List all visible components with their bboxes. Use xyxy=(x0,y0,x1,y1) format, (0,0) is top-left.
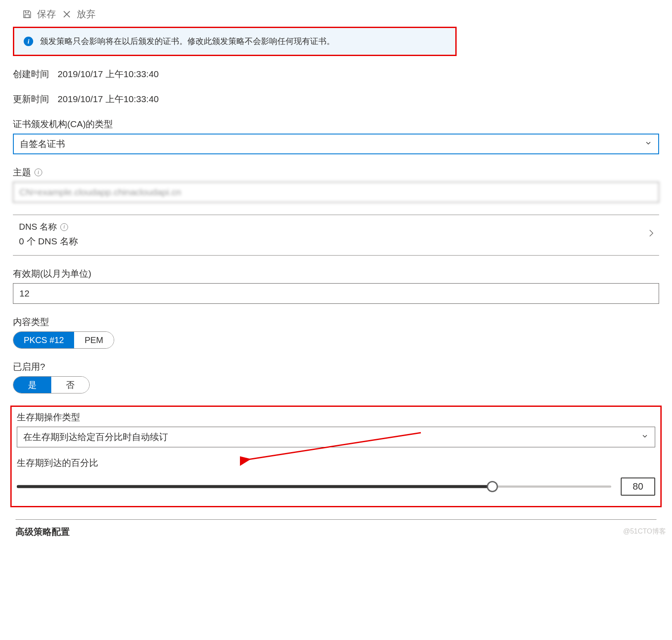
advanced-policy-header[interactable]: 高级策略配置 xyxy=(16,519,656,538)
info-icon[interactable]: i xyxy=(34,169,42,176)
lifetime-percent-slider[interactable] xyxy=(17,481,611,492)
lifetime-percent-label: 生存期到达的百分比 xyxy=(17,457,655,469)
save-label: 保存 xyxy=(37,8,56,21)
lifetime-action-select[interactable]: 在生存期到达给定百分比时自动续订 xyxy=(17,427,655,447)
lifetime-action-value: 在生存期到达给定百分比时自动续订 xyxy=(23,431,168,443)
enabled-yes[interactable]: 是 xyxy=(13,377,51,393)
dns-label: DNS 名称 i xyxy=(19,221,78,233)
ca-type-value: 自签名证书 xyxy=(20,138,65,150)
discard-label: 放弃 xyxy=(77,8,96,21)
watermark: @51CTO博客 xyxy=(623,527,666,536)
save-button[interactable]: 保存 xyxy=(22,8,56,21)
info-text: 颁发策略只会影响将在以后颁发的证书。修改此颁发策略不会影响任何现有证书。 xyxy=(40,36,335,47)
content-type-label: 内容类型 xyxy=(13,316,659,328)
subject-input[interactable]: CN=example.cloudapp.chinacloudapi.cn xyxy=(13,182,659,203)
ca-type-label: 证书颁发机构(CA)的类型 xyxy=(13,118,659,130)
updated-time-row: 更新时间 2019/10/17 上午10:33:40 xyxy=(13,93,659,105)
updated-value: 2019/10/17 上午10:33:40 xyxy=(58,94,159,104)
lifetime-percent-value[interactable]: 80 xyxy=(621,478,655,496)
enabled-no[interactable]: 否 xyxy=(51,377,89,393)
subject-value: CN=example.cloudapp.chinacloudapi.cn xyxy=(19,187,181,197)
dns-names-row[interactable]: DNS 名称 i 0 个 DNS 名称 xyxy=(13,215,659,256)
created-time-row: 创建时间 2019/10/17 上午10:33:40 xyxy=(13,68,659,80)
info-banner: i 颁发策略只会影响将在以后颁发的证书。修改此颁发策略不会影响任何现有证书。 xyxy=(13,27,457,56)
info-icon[interactable]: i xyxy=(60,223,68,231)
subject-label: 主题 i xyxy=(13,166,659,178)
discard-button[interactable]: 放弃 xyxy=(61,8,96,21)
validity-value: 12 xyxy=(19,288,29,299)
created-value: 2019/10/17 上午10:33:40 xyxy=(58,69,159,79)
chevron-down-icon xyxy=(641,432,649,442)
close-icon xyxy=(61,9,72,20)
ca-type-select[interactable]: 自签名证书 xyxy=(13,134,659,154)
content-type-pkcs12[interactable]: PKCS #12 xyxy=(13,332,74,348)
enabled-toggle: 是 否 xyxy=(13,376,90,393)
validity-input[interactable]: 12 xyxy=(13,283,659,304)
chevron-down-icon xyxy=(644,139,652,149)
validity-label: 有效期(以月为单位) xyxy=(13,268,659,280)
chevron-right-icon xyxy=(646,227,656,242)
content-type-pem[interactable]: PEM xyxy=(74,332,113,348)
created-label: 创建时间 xyxy=(13,69,49,79)
enabled-label: 已启用? xyxy=(13,361,659,373)
info-icon: i xyxy=(24,37,33,46)
toolbar: 保存 放弃 xyxy=(0,8,672,27)
updated-label: 更新时间 xyxy=(13,94,49,104)
svg-rect-0 xyxy=(25,15,29,18)
lifetime-action-label: 生存期操作类型 xyxy=(17,411,655,423)
lifetime-section: 生存期操作类型 在生存期到达给定百分比时自动续订 生存期到达的百分比 xyxy=(10,406,662,507)
content-type-toggle: PKCS #12 PEM xyxy=(13,331,114,349)
save-icon xyxy=(22,9,33,20)
dns-value: 0 个 DNS 名称 xyxy=(19,235,78,247)
